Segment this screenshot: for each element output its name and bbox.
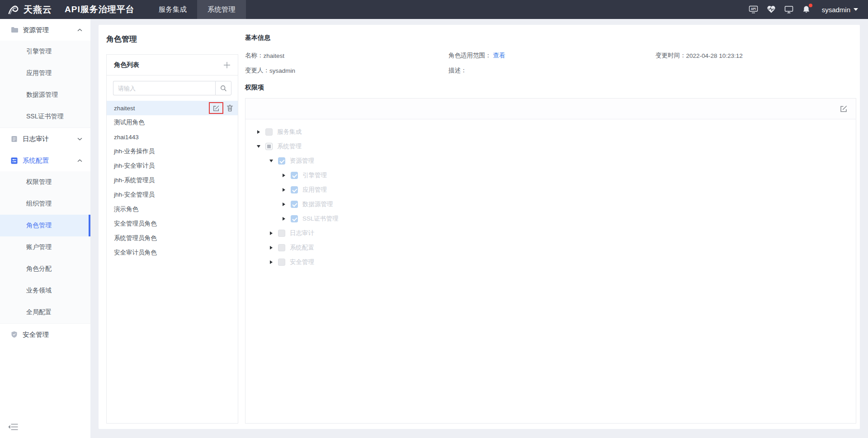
name-label: 名称：	[245, 52, 264, 60]
edit-role-icon[interactable]	[212, 105, 220, 112]
sidebar-item-engine-management[interactable]: 引擎管理	[0, 41, 90, 62]
permission-tree: 服务集成 系统管理 资源管理	[245, 119, 856, 269]
sidebar-item-ssl-cert-management[interactable]: SSL证书管理	[0, 106, 90, 127]
brand-name: 天燕云	[24, 4, 52, 16]
role-list-item[interactable]: jhh-业务操作员	[107, 144, 238, 159]
tab-system-management[interactable]: 系统管理	[197, 0, 246, 19]
tree-node: 日志审计	[252, 226, 856, 240]
role-list-item[interactable]: jhh-系统管理员	[107, 173, 238, 188]
tree-node: 系统配置	[252, 240, 856, 255]
expand-arrow-icon[interactable]	[281, 174, 287, 177]
health-pulse-icon[interactable]	[766, 5, 776, 14]
edit-permissions-icon[interactable]	[840, 105, 848, 113]
brand: 天燕云	[0, 4, 58, 16]
role-list-item[interactable]: 演示角色	[107, 202, 238, 217]
checkbox-unchecked-icon	[278, 230, 285, 237]
sidebar-item-permission-management[interactable]: 权限管理	[0, 171, 90, 193]
logo-icon	[7, 4, 20, 15]
checkbox-checked-icon	[278, 157, 285, 165]
system-config-icon	[11, 157, 18, 164]
tree-node: 引擎管理	[252, 168, 856, 183]
notification-bell-icon[interactable]	[802, 5, 811, 14]
checkbox-unchecked-icon	[278, 244, 285, 251]
role-list-title: 角色列表	[114, 61, 139, 69]
sidebar-item-datasource-management[interactable]: 数据源管理	[0, 84, 90, 106]
role-list-column: 角色管理 角色列表	[106, 34, 238, 424]
role-list-item[interactable]: 安全审计员角色	[107, 245, 238, 260]
permissions-title: 权限项	[245, 84, 856, 92]
role-search-input[interactable]	[113, 81, 215, 95]
checkbox-checked-icon	[291, 201, 298, 208]
sidebar-group-resource-management[interactable]: 资源管理	[0, 19, 90, 41]
modified-time-value: 2022-04-28 10:23:12	[686, 52, 743, 59]
role-list-item[interactable]: 安全管理员角色	[107, 217, 238, 231]
expand-arrow-icon[interactable]	[281, 217, 287, 221]
sidebar-item-account-management[interactable]: 账户管理	[0, 236, 90, 258]
basic-info-title: 基本信息	[245, 34, 856, 42]
permissions-panel: 服务集成 系统管理 资源管理	[245, 98, 856, 424]
modifier-label: 变更人：	[245, 66, 269, 75]
tree-node: 安全管理	[252, 255, 856, 269]
role-list-item[interactable]: jhh-安全管理员	[107, 188, 238, 202]
sidebar-item-global-config[interactable]: 全局配置	[0, 301, 90, 323]
top-tabs: 服务集成 系统管理	[148, 0, 246, 19]
name-value: zhaitest	[264, 52, 285, 59]
svg-text:API: API	[751, 7, 756, 10]
checkbox-checked-icon	[291, 215, 298, 222]
modifier-value: sysadmin	[269, 67, 295, 74]
expand-arrow-icon[interactable]	[268, 246, 274, 250]
collapse-arrow-icon[interactable]	[268, 160, 274, 162]
audit-log-icon	[11, 136, 18, 142]
scope-view-link[interactable]: 查看	[493, 52, 505, 60]
topbar-right: API sysadmin	[749, 5, 868, 14]
folder-icon	[11, 27, 18, 33]
checkbox-indeterminate-icon	[265, 143, 273, 150]
api-monitor-icon[interactable]: API	[749, 5, 759, 14]
role-list-item[interactable]: 系统管理员角色	[107, 231, 238, 245]
sidebar-group-log-audit[interactable]: 日志审计	[0, 128, 90, 150]
add-role-button[interactable]	[223, 61, 231, 69]
annotation-highlight-box	[209, 102, 223, 114]
sidebar-item-role-management[interactable]: 角色管理	[0, 215, 90, 236]
tree-node: SSL证书管理	[252, 212, 856, 226]
role-detail-column: 基本信息 名称： zhaitest 角色适用范围： 查看 变更时间： 2022-…	[245, 34, 856, 424]
top-navigation-bar: 天燕云 API服务治理平台 服务集成 系统管理 API	[0, 0, 868, 19]
user-menu[interactable]: sysadmin	[822, 6, 858, 14]
role-list-panel: 角色列表 zhaitest	[106, 54, 238, 424]
delete-role-icon[interactable]	[226, 104, 233, 112]
product-title: API服务治理平台	[65, 4, 135, 15]
sidebar-item-business-domain[interactable]: 业务领域	[0, 280, 90, 301]
checkbox-checked-icon	[291, 172, 298, 179]
modified-time-label: 变更时间：	[656, 52, 686, 60]
menu-fold-icon[interactable]	[8, 423, 90, 431]
tree-node: 资源管理	[252, 154, 856, 168]
expand-arrow-icon[interactable]	[268, 260, 274, 264]
expand-arrow-icon[interactable]	[281, 188, 287, 192]
tree-node: 数据源管理	[252, 197, 856, 212]
basic-info-grid: 名称： zhaitest 角色适用范围： 查看 变更时间： 2022-04-28…	[245, 52, 856, 75]
sidebar-group-system-config[interactable]: 系统配置	[0, 150, 90, 171]
expand-arrow-icon[interactable]	[281, 203, 287, 206]
screen-icon[interactable]	[784, 5, 794, 14]
role-list-item[interactable]: 测试用角色	[107, 115, 238, 130]
sidebar-item-org-management[interactable]: 组织管理	[0, 193, 90, 215]
shield-icon	[11, 331, 18, 338]
tree-node: 服务集成	[252, 125, 856, 139]
scope-label: 角色适用范围：	[448, 52, 491, 60]
search-button[interactable]	[215, 81, 231, 95]
collapse-arrow-icon[interactable]	[255, 145, 262, 148]
sidebar: 资源管理 引擎管理 应用管理 数据源管理 SSL证书管理 日志审计	[0, 19, 90, 438]
chevron-down-icon	[77, 137, 82, 141]
sidebar-item-app-management[interactable]: 应用管理	[0, 62, 90, 84]
expand-arrow-icon[interactable]	[268, 231, 274, 235]
tree-node: 系统管理	[252, 139, 856, 154]
sidebar-group-security-management[interactable]: 安全管理	[0, 324, 90, 345]
chevron-up-icon	[77, 159, 82, 162]
role-list-item[interactable]: zhai1443	[107, 130, 238, 144]
role-list-item-selected[interactable]: zhaitest	[107, 101, 238, 115]
role-list-item[interactable]: jhh-安全审计员	[107, 159, 238, 173]
tab-service-integration[interactable]: 服务集成	[148, 0, 197, 19]
username: sysadmin	[822, 6, 850, 14]
sidebar-item-role-assignment[interactable]: 角色分配	[0, 258, 90, 280]
expand-arrow-icon[interactable]	[255, 130, 262, 134]
